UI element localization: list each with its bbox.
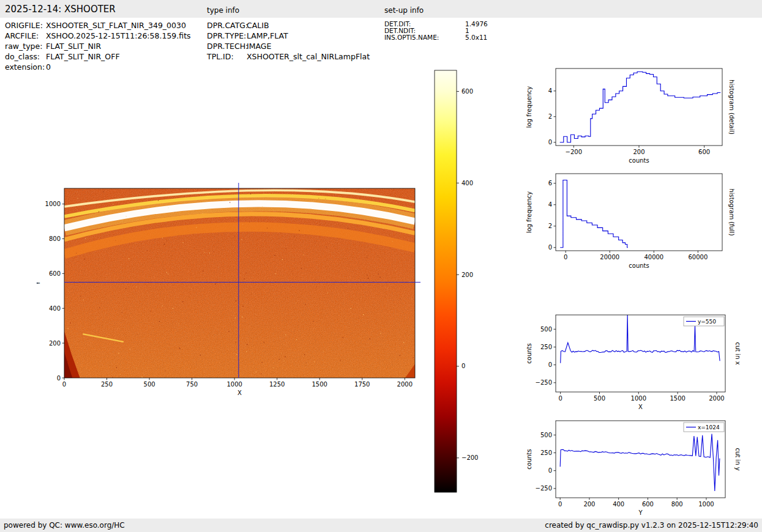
svg-text:0: 0 [558,395,562,402]
svg-text:2000: 2000 [709,395,724,402]
cut-in-y-chart: 02004006008001000−2500250500Ycountscut i… [508,415,741,522]
arcfile-value: XSHOO.2025-12-15T11:26:58.159.fits [46,31,191,40]
ins-opti5-value: 5.0x11 [465,34,487,41]
svg-text:200: 200 [49,340,61,347]
svg-text:X: X [237,390,242,396]
extension-label: extension: [5,62,45,72]
svg-text:counts: counts [629,262,649,269]
svg-text:X: X [638,404,643,410]
svg-text:0: 0 [564,254,567,260]
dpr-tech-label: DPR.TECH: [207,42,248,51]
svg-text:400: 400 [613,501,624,508]
svg-text:1000: 1000 [631,395,646,402]
svg-text:0: 0 [548,139,552,146]
dpr-catg-label: DPR.CATG: [207,21,248,30]
svg-text:6: 6 [548,180,552,187]
svg-text:0: 0 [62,381,66,388]
svg-text:histogram (detail): histogram (detail) [728,79,734,135]
svg-text:−200: −200 [461,454,478,461]
rawtype-label: raw_type: [5,42,42,51]
svg-text:−200: −200 [566,149,582,155]
svg-text:250: 250 [540,344,552,350]
svg-text:log frequency: log frequency [526,86,532,128]
tpl-id-label: TPL.ID: [207,52,234,61]
svg-text:200: 200 [461,272,473,278]
svg-text:0: 0 [57,375,61,382]
extension-value: 0 [46,62,51,72]
svg-text:600: 600 [642,501,654,508]
svg-text:500: 500 [540,432,552,438]
svg-text:1000: 1000 [45,201,61,207]
footer-left-text: powered by QC: www.eso.org/HC [4,521,125,530]
setup-info-heading: set-up info [384,6,424,15]
svg-text:250: 250 [101,381,113,388]
detector-image-plot: 0250500750100012501500175020000200400600… [37,180,428,407]
arcfile-label: ARCFILE: [5,31,39,40]
svg-text:histogram (full): histogram (full) [728,188,734,235]
dpr-tech-value: IMAGE [247,42,271,51]
svg-text:0: 0 [548,467,552,474]
svg-text:1750: 1750 [354,381,370,388]
origfile-label: ORIGFILE: [5,21,43,30]
svg-text:40000: 40000 [644,254,663,260]
svg-text:counts: counts [629,157,649,164]
svg-text:counts: counts [526,343,532,363]
svg-text:20000: 20000 [600,254,619,260]
svg-text:Y: Y [638,509,643,516]
svg-text:counts: counts [526,449,532,469]
svg-text:cut in y: cut in y [734,448,741,470]
svg-text:800: 800 [49,235,61,242]
svg-text:−250: −250 [536,379,552,386]
svg-text:200: 200 [583,501,595,508]
svg-text:1000: 1000 [226,381,242,388]
svg-text:0: 0 [548,361,552,368]
svg-text:0: 0 [548,244,552,251]
svg-text:1500: 1500 [670,395,685,402]
svg-text:600: 600 [49,270,61,277]
svg-text:500: 500 [594,395,605,402]
rawtype-value: FLAT_SLIT_NIR [46,42,101,51]
svg-text:800: 800 [671,501,683,508]
footer-right-text: created by qc_rawdisp.py v1.2.3 on 2025-… [545,521,758,530]
svg-text:250: 250 [540,449,552,456]
doclass-label: do_class: [5,52,40,61]
type-info-heading: type info [207,6,239,15]
svg-text:4: 4 [548,87,552,94]
svg-text:400: 400 [49,305,61,312]
svg-text:500: 500 [144,381,155,388]
ins-opti5-label: INS.OPTI5.NAME: [384,34,439,41]
svg-text:cut in x: cut in x [734,342,741,364]
svg-text:500: 500 [540,326,552,333]
svg-text:200: 200 [633,149,644,155]
svg-text:2000: 2000 [397,381,413,388]
svg-text:y=550: y=550 [698,319,716,325]
svg-text:750: 750 [186,381,198,388]
svg-text:0: 0 [558,501,562,508]
dpr-type-label: DPR.TYPE: [207,31,246,40]
svg-text:4: 4 [548,201,552,208]
svg-text:60000: 60000 [688,254,708,260]
svg-text:x=1024: x=1024 [698,424,720,430]
histogram-full-chart: 02000040000600000246countslog frequencyh… [508,166,734,283]
svg-text:1250: 1250 [269,381,285,388]
svg-text:Y: Y [37,281,41,286]
svg-text:log frequency: log frequency [526,191,532,234]
dpr-catg-value: CALIB [247,21,269,30]
cut-in-x-chart: 0500100015002000−2500250500Xcountscut in… [508,309,741,416]
svg-text:2: 2 [548,223,552,229]
svg-text:400: 400 [461,180,473,187]
svg-text:2: 2 [548,113,552,120]
svg-text:600: 600 [698,149,710,155]
colorbar: 6004002000−200 [428,61,502,501]
page-title: 2025-12-14: XSHOOTER [5,4,116,15]
svg-text:600: 600 [461,88,473,95]
svg-text:−250: −250 [536,485,552,492]
svg-text:1000: 1000 [698,501,714,508]
svg-text:1500: 1500 [312,381,327,388]
dpr-type-value: LAMP,FLAT [247,31,288,40]
doclass-value: FLAT_SLIT_NIR_OFF [46,52,120,61]
origfile-value: XSHOOTER_SLT_FLAT_NIR_349_0030 [46,21,186,30]
footer-bar: powered by QC: www.eso.org/HC created by… [0,519,762,532]
svg-text:0: 0 [461,363,465,369]
tpl-id-value: XSHOOTER_slt_cal_NIRLampFlat [247,52,370,61]
